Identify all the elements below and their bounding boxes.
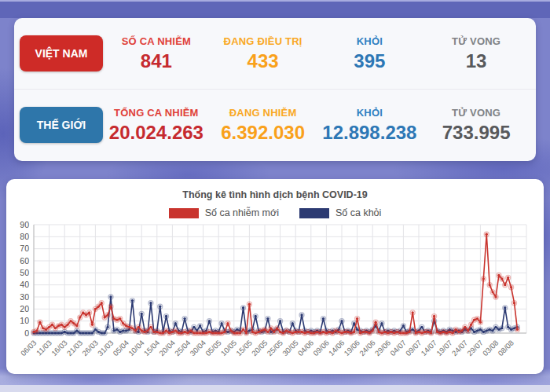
stat-label: TỬ VONG bbox=[423, 107, 530, 119]
svg-text:0: 0 bbox=[24, 328, 29, 338]
svg-text:24/07: 24/07 bbox=[450, 339, 470, 358]
svg-text:06/03: 06/03 bbox=[19, 339, 38, 358]
svg-text:25/05: 25/05 bbox=[265, 339, 284, 358]
covid-stats-card: VIỆT NAM SỐ CA NHIỄM 841 ĐANG ĐIỀU TRỊ 4… bbox=[14, 18, 536, 161]
svg-text:30/04: 30/04 bbox=[188, 339, 207, 358]
svg-text:08/08: 08/08 bbox=[496, 339, 515, 358]
stat-vn-deaths: TỬ VONG 13 bbox=[423, 35, 530, 72]
chart-title: Thống kê tình hình dịch bệnh COVID-19 bbox=[6, 189, 544, 200]
stat-label: TỔNG CA NHIỄM bbox=[103, 107, 210, 119]
stat-label: TỬ VONG bbox=[423, 35, 530, 47]
svg-text:14/06: 14/06 bbox=[327, 339, 346, 358]
legend-swatch-new-cases bbox=[169, 208, 199, 218]
svg-text:90: 90 bbox=[20, 220, 29, 229]
stat-label: ĐANG NHIỄM bbox=[210, 107, 317, 119]
svg-text:20: 20 bbox=[20, 304, 29, 313]
svg-text:40: 40 bbox=[20, 280, 29, 289]
svg-text:20/04: 20/04 bbox=[157, 339, 177, 358]
stat-value: 841 bbox=[103, 50, 210, 72]
svg-text:15/05: 15/05 bbox=[234, 339, 254, 358]
chart-legend: Số ca nhiễm mới Số ca khỏi bbox=[6, 207, 544, 218]
stat-vn-cases: SỐ CA NHIỄM 841 bbox=[103, 35, 210, 72]
world-button[interactable]: THẾ GIỚI bbox=[20, 107, 103, 143]
bottom-strip bbox=[0, 385, 550, 392]
stat-value: 20.024.263 bbox=[103, 122, 210, 144]
stat-label: ĐANG ĐIỀU TRỊ bbox=[210, 35, 317, 47]
legend-entry-recovered: Số ca khỏi bbox=[299, 207, 381, 218]
svg-text:09/06: 09/06 bbox=[311, 339, 331, 358]
covid-chart-card: Thống kê tình hình dịch bệnh COVID-19 Số… bbox=[6, 179, 544, 374]
stat-value: 733.995 bbox=[423, 122, 530, 144]
svg-text:31/03: 31/03 bbox=[96, 339, 116, 358]
stat-value: 6.392.030 bbox=[210, 122, 317, 144]
vietnam-button[interactable]: VIỆT NAM bbox=[20, 35, 103, 71]
chart-plot-area: 010203040506070809006/0311/0316/0321/032… bbox=[6, 220, 544, 377]
svg-text:10: 10 bbox=[20, 316, 29, 325]
vietnam-stats-row: VIỆT NAM SỐ CA NHIỄM 841 ĐANG ĐIỀU TRỊ 4… bbox=[14, 18, 536, 90]
svg-text:26/03: 26/03 bbox=[80, 339, 100, 358]
top-header-strip bbox=[0, 0, 550, 18]
svg-text:30: 30 bbox=[20, 292, 29, 302]
svg-text:05/04: 05/04 bbox=[111, 339, 130, 358]
stat-world-active: ĐANG NHIỄM 6.392.030 bbox=[210, 107, 317, 144]
svg-text:24/06: 24/06 bbox=[358, 339, 377, 358]
svg-text:19/07: 19/07 bbox=[434, 339, 454, 358]
svg-text:10/05: 10/05 bbox=[219, 339, 239, 358]
stat-label: SỐ CA NHIỄM bbox=[103, 35, 210, 47]
svg-text:14/07: 14/07 bbox=[419, 339, 438, 358]
svg-text:16/03: 16/03 bbox=[50, 339, 69, 358]
svg-text:80: 80 bbox=[20, 232, 29, 241]
legend-swatch-recovered bbox=[299, 208, 329, 218]
legend-entry-new-cases: Số ca nhiễm mới bbox=[169, 207, 279, 218]
svg-text:29/07: 29/07 bbox=[465, 339, 485, 358]
svg-text:50: 50 bbox=[20, 268, 29, 277]
svg-text:10/04: 10/04 bbox=[126, 339, 146, 358]
stat-vn-recovered: KHỎI 395 bbox=[317, 35, 424, 72]
stat-value: 395 bbox=[317, 50, 424, 72]
svg-text:20/05: 20/05 bbox=[250, 339, 270, 358]
stat-value: 12.898.238 bbox=[317, 122, 424, 144]
legend-label: Số ca khỏi bbox=[336, 207, 381, 218]
stat-vn-treating: ĐANG ĐIỀU TRỊ 433 bbox=[210, 35, 317, 72]
svg-text:09/07: 09/07 bbox=[404, 339, 424, 358]
svg-text:29/06: 29/06 bbox=[373, 339, 393, 358]
svg-text:19/06: 19/06 bbox=[342, 339, 361, 358]
svg-text:30/05: 30/05 bbox=[280, 339, 300, 358]
svg-text:04/06: 04/06 bbox=[296, 339, 316, 358]
stat-world-recovered: KHỎI 12.898.238 bbox=[317, 107, 424, 144]
stat-world-deaths: TỬ VONG 733.995 bbox=[423, 107, 530, 144]
stat-value: 13 bbox=[423, 50, 530, 72]
svg-text:70: 70 bbox=[20, 244, 29, 253]
world-stats-row: THẾ GIỚI TỔNG CA NHIỄM 20.024.263 ĐANG N… bbox=[14, 90, 536, 160]
covid-chart-svg: 010203040506070809006/0311/0316/0321/032… bbox=[6, 220, 544, 374]
svg-text:04/07: 04/07 bbox=[388, 339, 408, 358]
svg-text:11/03: 11/03 bbox=[35, 339, 53, 357]
stat-value: 433 bbox=[210, 50, 317, 72]
stat-world-cases: TỔNG CA NHIỄM 20.024.263 bbox=[103, 107, 210, 144]
stat-label: KHỎI bbox=[317, 107, 424, 119]
svg-text:60: 60 bbox=[20, 256, 29, 266]
svg-text:05/05: 05/05 bbox=[204, 339, 223, 358]
svg-text:21/03: 21/03 bbox=[65, 339, 85, 358]
legend-label: Số ca nhiễm mới bbox=[205, 207, 279, 218]
stat-label: KHỎI bbox=[317, 35, 424, 47]
svg-text:15/04: 15/04 bbox=[142, 339, 162, 358]
svg-text:03/08: 03/08 bbox=[481, 339, 500, 358]
svg-text:25/04: 25/04 bbox=[173, 339, 192, 358]
